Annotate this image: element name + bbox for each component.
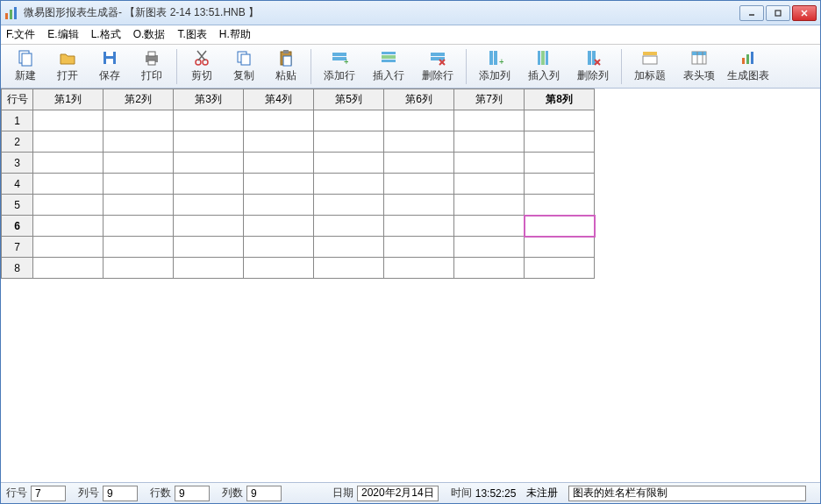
col-header[interactable]: 第8列 — [525, 89, 595, 110]
cell[interactable] — [244, 195, 314, 216]
workarea[interactable]: 行号第1列第2列第3列第4列第5列第6列第7列第8列12345678 — [1, 89, 820, 482]
row-header[interactable]: 行号 — [2, 89, 33, 110]
cell[interactable] — [525, 216, 595, 237]
insert-row-button[interactable]: 插入行 — [364, 46, 413, 87]
row-number[interactable]: 5 — [2, 195, 33, 216]
cell[interactable] — [244, 216, 314, 237]
cell[interactable] — [104, 174, 174, 195]
cell[interactable] — [314, 131, 384, 153]
row-number[interactable]: 4 — [2, 174, 33, 195]
cell[interactable] — [174, 174, 244, 195]
cell[interactable] — [174, 195, 244, 216]
col-header[interactable]: 第7列 — [454, 89, 525, 110]
cell[interactable] — [174, 237, 244, 258]
maximize-button[interactable] — [766, 5, 790, 21]
cell[interactable] — [244, 110, 314, 131]
paste-button[interactable]: 粘贴 — [265, 46, 307, 87]
cell[interactable] — [244, 237, 314, 258]
menu-edit[interactable]: E.编辑 — [47, 27, 78, 42]
copy-button[interactable]: 复制 — [223, 46, 265, 87]
col-header[interactable]: 第2列 — [104, 89, 174, 110]
cell[interactable] — [174, 153, 244, 174]
cell[interactable] — [33, 195, 104, 216]
col-header[interactable]: 第1列 — [33, 89, 104, 110]
cell[interactable] — [384, 237, 454, 258]
cell[interactable] — [104, 131, 174, 153]
cell[interactable] — [454, 258, 525, 279]
row-number[interactable]: 6 — [2, 216, 33, 237]
cell[interactable] — [174, 110, 244, 131]
print-button[interactable]: 打印 — [131, 46, 173, 87]
cell[interactable] — [33, 153, 104, 174]
cell[interactable] — [104, 258, 174, 279]
cell[interactable] — [384, 131, 454, 153]
table-header-button[interactable]: 表头项 — [675, 46, 724, 87]
cell[interactable] — [104, 153, 174, 174]
cell[interactable] — [525, 110, 595, 131]
add-title-button[interactable]: 加标题 — [625, 46, 675, 87]
cell[interactable] — [384, 258, 454, 279]
cell[interactable] — [33, 258, 104, 279]
cut-button[interactable]: 剪切 — [181, 46, 223, 87]
open-button[interactable]: 打开 — [46, 46, 89, 87]
col-header[interactable]: 第6列 — [384, 89, 454, 110]
row-number[interactable]: 7 — [2, 237, 33, 258]
data-grid[interactable]: 行号第1列第2列第3列第4列第5列第6列第7列第8列12345678 — [1, 89, 595, 279]
cell[interactable] — [525, 195, 595, 216]
cell[interactable] — [384, 174, 454, 195]
generate-chart-button[interactable]: 生成图表 — [724, 46, 773, 87]
add-col-button[interactable]: +添加列 — [470, 46, 519, 87]
cell[interactable] — [454, 174, 525, 195]
cell[interactable] — [33, 174, 104, 195]
col-header[interactable]: 第3列 — [174, 89, 244, 110]
cell[interactable] — [314, 216, 384, 237]
col-header[interactable]: 第4列 — [244, 89, 314, 110]
cell[interactable] — [174, 216, 244, 237]
cell[interactable] — [314, 110, 384, 131]
cell[interactable] — [454, 131, 525, 153]
insert-col-button[interactable]: 插入列 — [519, 46, 568, 87]
cell[interactable] — [104, 195, 174, 216]
cell[interactable] — [244, 153, 314, 174]
cell[interactable] — [384, 216, 454, 237]
close-button[interactable] — [792, 5, 817, 21]
menu-chart[interactable]: T.图表 — [177, 27, 206, 42]
cell[interactable] — [454, 237, 525, 258]
new-button[interactable]: 新建 — [4, 46, 46, 87]
row-number[interactable]: 1 — [2, 110, 33, 131]
row-number[interactable]: 3 — [2, 153, 33, 174]
cell[interactable] — [174, 131, 244, 153]
cell[interactable] — [244, 258, 314, 279]
cell[interactable] — [454, 216, 525, 237]
cell[interactable] — [174, 258, 244, 279]
delete-col-button[interactable]: 删除列 — [568, 46, 618, 87]
cell[interactable] — [314, 174, 384, 195]
menu-format[interactable]: L.格式 — [91, 27, 121, 42]
save-button[interactable]: 保存 — [89, 46, 131, 87]
row-number[interactable]: 8 — [2, 258, 33, 279]
cell[interactable] — [33, 131, 104, 153]
cell[interactable] — [104, 237, 174, 258]
cell[interactable] — [454, 153, 525, 174]
cell[interactable] — [454, 195, 525, 216]
cell[interactable] — [314, 195, 384, 216]
cell[interactable] — [525, 174, 595, 195]
cell[interactable] — [33, 110, 104, 131]
menu-help[interactable]: H.帮助 — [219, 27, 251, 42]
cell[interactable] — [104, 110, 174, 131]
col-header[interactable]: 第5列 — [314, 89, 384, 110]
delete-row-button[interactable]: 删除行 — [413, 46, 462, 87]
cell[interactable] — [33, 237, 104, 258]
cell[interactable] — [525, 153, 595, 174]
cell[interactable] — [384, 153, 454, 174]
add-row-button[interactable]: +添加行 — [315, 46, 364, 87]
cell[interactable] — [525, 258, 595, 279]
menu-data[interactable]: O.数据 — [133, 27, 166, 42]
cell[interactable] — [384, 195, 454, 216]
cell[interactable] — [314, 237, 384, 258]
cell[interactable] — [104, 216, 174, 237]
menu-file[interactable]: F.文件 — [6, 27, 35, 42]
cell[interactable] — [244, 174, 314, 195]
cell[interactable] — [384, 110, 454, 131]
cell[interactable] — [525, 237, 595, 258]
